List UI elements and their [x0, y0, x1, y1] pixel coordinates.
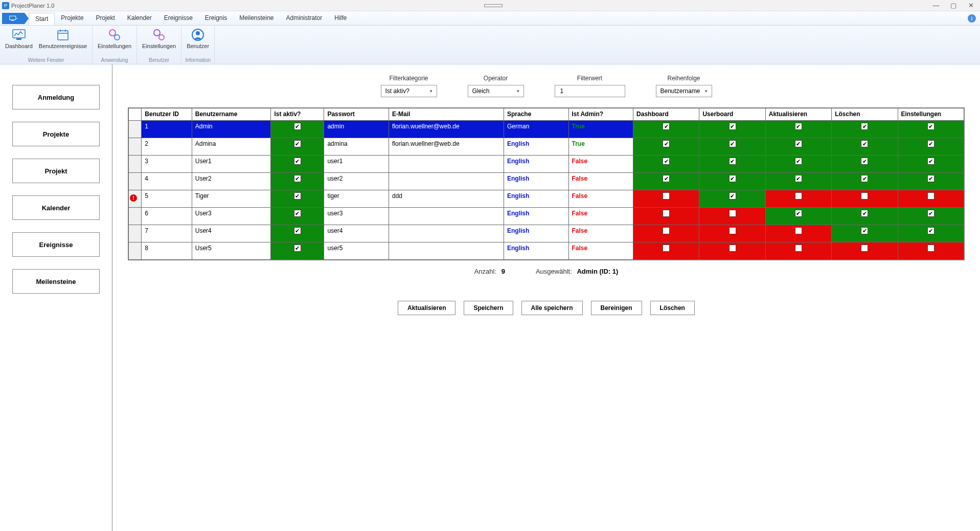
grid-cell-checkbox[interactable] [699, 138, 765, 156]
grid-cell-checkbox[interactable] [699, 156, 765, 173]
filter-order-select[interactable]: Benutzername ▾ [656, 85, 712, 97]
grid-header[interactable]: Aktualisieren [765, 108, 831, 121]
sidebar-item-project[interactable]: Projekt [12, 159, 100, 183]
quick-access-button[interactable] [2, 13, 25, 24]
menu-tab-projekte[interactable]: Projekte [55, 12, 89, 25]
grid-cell-checkbox[interactable] [633, 121, 699, 138]
grid-cell[interactable] [389, 156, 504, 173]
grid-cell-checkbox[interactable] [898, 208, 964, 225]
grid-cell[interactable] [389, 173, 504, 190]
grid-header[interactable]: Benutzer ID [142, 108, 192, 121]
grid-cell-checkbox[interactable] [832, 138, 898, 156]
grid-cell-checkbox[interactable] [271, 173, 324, 190]
grid-cell-checkbox[interactable] [765, 138, 831, 156]
grid-cell[interactable]: User5 [192, 242, 271, 260]
grid-cell[interactable]: 7 [142, 225, 192, 242]
grid-cell-checkbox[interactable] [898, 190, 964, 208]
row-header[interactable] [129, 242, 142, 260]
grid-cell-checkbox[interactable] [699, 242, 765, 260]
menu-tab-hilfe[interactable]: Hilfe [328, 12, 353, 25]
grid-cell[interactable]: 6 [142, 208, 192, 225]
grid-cell[interactable]: 8 [142, 242, 192, 260]
grid-cell-checkbox[interactable] [898, 225, 964, 242]
grid-cell[interactable]: Tiger [192, 190, 271, 208]
menu-tab-administrator[interactable]: Administrator [280, 12, 329, 25]
grid-cell-checkbox[interactable] [832, 208, 898, 225]
grid-cell[interactable] [389, 225, 504, 242]
filter-operator-select[interactable]: Gleich ▾ [468, 85, 524, 97]
grid-header[interactable]: E-Mail [389, 108, 504, 121]
grid-header[interactable]: Einstellungen [898, 108, 964, 121]
row-header[interactable] [129, 208, 142, 225]
grid-cell[interactable]: admina [324, 138, 389, 156]
grid-cell-checkbox[interactable] [765, 190, 831, 208]
table-row[interactable]: 6User3user3EnglishFalse [129, 208, 964, 225]
grid-cell[interactable]: False [568, 225, 633, 242]
grid-cell[interactable]: English [504, 173, 568, 190]
grid-cell[interactable]: False [568, 208, 633, 225]
grid-header[interactable]: Passwort [324, 108, 389, 121]
grid-cell-checkbox[interactable] [633, 242, 699, 260]
row-header[interactable] [129, 156, 142, 173]
grid-cell-checkbox[interactable] [271, 121, 324, 138]
grid-cell-checkbox[interactable] [898, 156, 964, 173]
user-grid[interactable]: Benutzer IDBenutzernameIst aktiv?Passwor… [128, 107, 965, 260]
row-header[interactable] [129, 173, 142, 190]
sidebar-item-milestones[interactable]: Meilensteine [12, 269, 100, 294]
table-row[interactable]: 7User4user4EnglishFalse [129, 225, 964, 242]
grid-cell[interactable]: 5 [142, 190, 192, 208]
grid-cell-checkbox[interactable] [633, 208, 699, 225]
grid-cell[interactable]: False [568, 242, 633, 260]
grid-header[interactable]: Ist Admin? [568, 108, 633, 121]
row-header[interactable] [129, 225, 142, 242]
ribbon-dashboard[interactable]: Dashboard [5, 28, 33, 49]
grid-cell[interactable]: user5 [324, 242, 389, 260]
grid-cell-checkbox[interactable] [633, 173, 699, 190]
grid-cell-checkbox[interactable] [699, 225, 765, 242]
grid-cell-checkbox[interactable] [832, 225, 898, 242]
menu-tab-projekt[interactable]: Projekt [89, 12, 121, 25]
grid-header[interactable]: Sprache [504, 108, 568, 121]
ribbon-user-info[interactable]: Benutzer [187, 28, 209, 49]
grid-cell-checkbox[interactable] [898, 242, 964, 260]
grid-cell[interactable]: 3 [142, 156, 192, 173]
grid-cell-checkbox[interactable] [699, 190, 765, 208]
grid-cell-checkbox[interactable] [898, 138, 964, 156]
grid-cell-checkbox[interactable] [633, 156, 699, 173]
grid-header[interactable]: Benutzername [192, 108, 271, 121]
grid-cell-checkbox[interactable] [271, 242, 324, 260]
grid-cell[interactable]: admin [324, 121, 389, 138]
filter-value-field[interactable] [559, 87, 621, 95]
grid-header[interactable]: Dashboard [633, 108, 699, 121]
grid-cell-checkbox[interactable] [832, 156, 898, 173]
grid-cell[interactable]: False [568, 173, 633, 190]
grid-header[interactable]: Ist aktiv? [271, 108, 324, 121]
grid-cell-checkbox[interactable] [832, 121, 898, 138]
grid-cell-checkbox[interactable] [832, 173, 898, 190]
menu-tab-ereignis[interactable]: Ereignis [199, 12, 233, 25]
grid-cell-checkbox[interactable] [271, 190, 324, 208]
grid-cell[interactable]: German [504, 121, 568, 138]
grid-cell[interactable]: user2 [324, 173, 389, 190]
grid-cell-checkbox[interactable] [765, 225, 831, 242]
drag-handle-icon[interactable] [484, 4, 503, 7]
grid-cell[interactable]: User4 [192, 225, 271, 242]
grid-cell-checkbox[interactable] [633, 190, 699, 208]
ribbon-settings-user[interactable]: Einstellungen [142, 28, 176, 49]
grid-header[interactable]: Löschen [832, 108, 898, 121]
grid-cell[interactable]: True [568, 121, 633, 138]
grid-cell[interactable]: florian.wuellner@web.de [389, 138, 504, 156]
grid-cell[interactable]: English [504, 225, 568, 242]
filter-category-select[interactable]: Ist aktiv? ▾ [381, 85, 437, 97]
grid-cell-checkbox[interactable] [271, 138, 324, 156]
grid-cell[interactable]: True [568, 138, 633, 156]
menu-tab-ereignisse[interactable]: Ereignisse [158, 12, 199, 25]
grid-cell-checkbox[interactable] [898, 173, 964, 190]
grid-cell[interactable]: False [568, 156, 633, 173]
grid-cell[interactable]: user1 [324, 156, 389, 173]
grid-cell[interactable]: False [568, 190, 633, 208]
saveall-button[interactable]: Alle speichern [521, 301, 583, 315]
sidebar-item-events[interactable]: Ereignisse [12, 232, 100, 257]
grid-cell-checkbox[interactable] [832, 242, 898, 260]
grid-cell-checkbox[interactable] [898, 121, 964, 138]
